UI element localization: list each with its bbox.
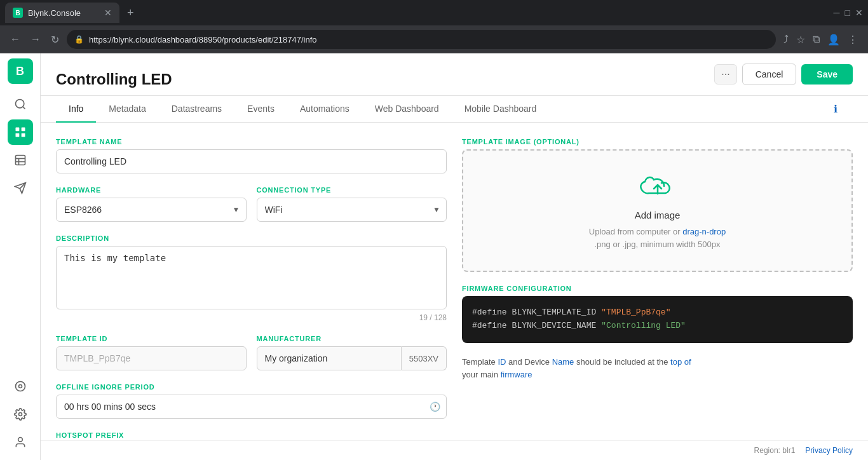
browser-nav: ← → ↻ 🔒 https://blynk.cloud/dashboard/88… (0, 25, 868, 53)
tab-metadata[interactable]: Metadata (96, 96, 158, 123)
forward-button[interactable]: → (28, 31, 43, 48)
svg-rect-3 (21, 128, 25, 132)
tab-web-dashboard[interactable]: Web Dashboard (362, 96, 452, 123)
svg-point-14 (18, 413, 22, 416)
svg-point-15 (18, 438, 22, 442)
description-field: DESCRIPTION This is my template 19 / 128 (56, 234, 447, 322)
svg-rect-2 (15, 128, 19, 132)
template-id-field: TEMPLATE ID (56, 335, 247, 370)
user-icon (14, 436, 27, 449)
offline-ignore-field: OFFLINE IGNORE PERIOD 🕐 (56, 383, 447, 419)
sidebar: B (0, 53, 41, 460)
drag-drop-link[interactable]: drag-n-drop (682, 227, 726, 236)
send-icon (14, 182, 27, 194)
page-header: Controlling LED ··· Cancel Save (41, 53, 868, 96)
app-container: B Controlling LED · (0, 53, 868, 460)
lock-icon: 🔒 (74, 35, 84, 44)
firmware-note: Template ID and Device Name should be in… (462, 356, 853, 382)
fw-key-1: BLYNK_TEMPLATE_ID (512, 306, 597, 320)
template-name-input[interactable] (56, 149, 447, 173)
template-image-label: TEMPLATE IMAGE (OPTIONAL) (462, 138, 853, 145)
firmware-note-firmware: firmware (501, 370, 532, 379)
more-options-button[interactable]: ··· (714, 64, 736, 85)
sidebar-logo[interactable]: B (8, 58, 33, 84)
upload-description: Upload from computer or drag-n-drop.png … (589, 226, 726, 250)
template-name-label: TEMPLATE NAME (56, 138, 447, 145)
svg-point-12 (15, 382, 25, 391)
sidebar-icon-search[interactable] (8, 91, 33, 117)
back-button[interactable]: ← (8, 31, 23, 48)
hardware-select-wrapper: ESP8266 ESP32 Arduino ▼ (56, 198, 247, 222)
reload-button[interactable]: ↻ (48, 31, 62, 48)
tab-info[interactable]: Info (56, 96, 96, 123)
sidebar-icon-grid[interactable] (8, 119, 33, 145)
firmware-note-name: Name (552, 357, 574, 367)
menu-icon[interactable]: ⋮ (845, 31, 860, 48)
tab-automations[interactable]: Automations (287, 96, 362, 123)
connection-type-select[interactable]: WiFi Ethernet Cellular (257, 198, 447, 222)
tab-events[interactable]: Events (234, 96, 287, 123)
tab-mobile-dashboard[interactable]: Mobile Dashboard (452, 96, 550, 123)
bookmark-icon[interactable]: ☆ (794, 31, 808, 48)
address-bar[interactable]: 🔒 https://blynk.cloud/dashboard/88950/pr… (67, 30, 776, 49)
cancel-button[interactable]: Cancel (742, 64, 797, 85)
svg-rect-5 (21, 133, 25, 137)
hardware-connection-row: HARDWARE ESP8266 ESP32 Arduino ▼ CONNECT… (56, 186, 447, 222)
sidebar-icon-list[interactable] (8, 147, 33, 173)
form-area: TEMPLATE NAME HARDWARE ESP8266 ESP32 Ard… (41, 123, 868, 440)
maximize-button[interactable]: □ (845, 8, 850, 18)
svg-line-1 (22, 107, 25, 109)
privacy-policy-link[interactable]: Privacy Policy (805, 446, 853, 455)
hardware-field: HARDWARE ESP8266 ESP32 Arduino ▼ (56, 186, 247, 222)
info-icon[interactable]: ℹ (834, 103, 853, 115)
sidebar-icon-settings-circle[interactable] (8, 374, 33, 399)
list-icon (14, 154, 27, 166)
grid-icon (14, 126, 27, 139)
offline-input[interactable] (56, 395, 447, 419)
close-button[interactable]: ✕ (855, 8, 863, 18)
manufacturer-code-badge: 5503XV (402, 346, 447, 370)
sidebar-icon-user[interactable] (8, 430, 33, 455)
tab-group-icon[interactable]: ⧉ (810, 31, 822, 48)
firmware-config-section: FIRMWARE CONFIGURATION #define BLYNK_TEM… (462, 285, 853, 343)
description-input[interactable]: This is my template (56, 246, 447, 309)
search-icon (14, 98, 27, 111)
url-display: https://blynk.cloud/dashboard/88950/prod… (89, 35, 316, 44)
description-label: DESCRIPTION (56, 234, 447, 242)
header-left: Controlling LED (56, 71, 172, 88)
hardware-label: HARDWARE (56, 186, 247, 194)
browser-tab[interactable]: B Blynk.Console ✕ (5, 3, 119, 23)
hotspot-prefix-label: HOTSPOT PREFIX (56, 431, 447, 439)
image-upload-area[interactable]: Add image Upload from computer or drag-n… (462, 149, 853, 272)
manufacturer-input[interactable] (257, 346, 402, 370)
new-tab-icon[interactable]: + (127, 6, 134, 20)
offline-label: OFFLINE IGNORE PERIOD (56, 383, 447, 391)
hardware-select[interactable]: ESP8266 ESP32 Arduino (56, 198, 247, 222)
save-button[interactable]: Save (801, 64, 853, 85)
firmware-line-1: #define BLYNK_TEMPLATE_ID "TMPLB_PpB7qe" (472, 306, 843, 320)
manufacturer-field: MANUFACTURER 5503XV (257, 335, 447, 370)
firmware-line-2: #define BLYNK_DEVICE_NAME "Controlling L… (472, 320, 843, 333)
logo-letter: B (16, 65, 24, 78)
firmware-code-block: #define BLYNK_TEMPLATE_ID "TMPLB_PpB7qe"… (462, 296, 853, 343)
share-icon[interactable]: ⤴ (781, 31, 791, 48)
sidebar-icon-send[interactable] (8, 175, 33, 201)
connection-type-label: CONNECTION TYPE (257, 186, 447, 194)
fw-key-2: BLYNK_DEVICE_NAME (512, 320, 597, 333)
right-column: TEMPLATE IMAGE (OPTIONAL) Add image Uplo… (462, 138, 853, 439)
tab-title: Blynk.Console (28, 8, 99, 18)
tab-datastreams[interactable]: Datastreams (159, 96, 234, 123)
template-id-input[interactable] (56, 346, 247, 370)
gear-icon (14, 408, 27, 421)
minimize-button[interactable]: ─ (834, 8, 840, 18)
region-text: Region: blr1 (754, 446, 796, 455)
tab-favicon: B (13, 8, 23, 18)
template-image-section: TEMPLATE IMAGE (OPTIONAL) Add image Uplo… (462, 138, 853, 272)
clock-icon: 🕐 (430, 402, 440, 412)
fw-value-2: "Controlling LED" (601, 320, 686, 333)
sidebar-icon-gear[interactable] (8, 402, 33, 427)
tabs-inner: Info Metadata Datastreams Events Automat… (56, 96, 834, 122)
profile-icon[interactable]: 👤 (825, 31, 843, 48)
firmware-note-id: ID (498, 357, 506, 367)
tab-close-icon[interactable]: ✕ (104, 8, 112, 18)
